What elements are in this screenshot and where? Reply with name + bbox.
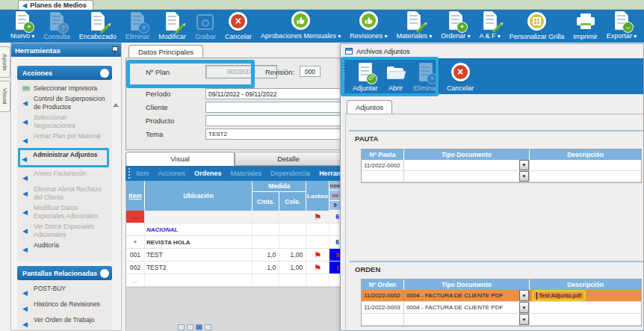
sidebar-scroll-up-icon[interactable] [113,103,119,107]
grid-row-summary[interactable]: ... 6 [126,211,341,223]
col-header-item[interactable]: Item [126,181,145,211]
sidebar-item-eliminar-alerta-rechazo[interactable]: Eliminar Alerta Rechazo del Cliente [22,185,109,202]
header-edit-icon [89,12,107,31]
flag-icon [314,250,321,260]
arrow-icon [22,170,30,183]
toolbar-button-ordenar[interactable]: + Ordenar [436,11,474,43]
col-header-date[interactable]: nov mi 9 [329,181,341,211]
sheet-mini-tabs[interactable] [178,324,211,330]
order-document-icon: + [447,11,465,30]
adjuntos-titlebar[interactable]: Archivos Adjuntos [341,44,643,58]
app-tab-title: Planes de Medios [30,1,87,9]
dropdown-icon[interactable] [519,160,529,170]
col-header-cols[interactable]: Cols. [279,192,306,211]
grid-row-test[interactable]: 001 TEST 1,0 1,00 5 [126,249,341,262]
menu-dependencia[interactable]: Dependencia [270,170,310,177]
tab-visual-side[interactable]: Visual [0,81,10,112]
dropdown-icon[interactable] [519,290,529,301]
view-tab-visual[interactable]: Visual [126,152,235,166]
sidebar-item-historico-de-revisiones[interactable]: Histórico de Revisiones [22,300,109,314]
sidebar-item-anexo-facturacion[interactable]: Anexo Facturación [22,170,109,183]
grid-row-revista-hola[interactable]: + REVISTA HOLA 6 [126,236,341,249]
toolbar-button-revisiones[interactable]: Revisiones [345,11,391,43]
cliente-label: Cliente [146,103,168,111]
toolbar-button-consulta[interactable]: ? Consulta [39,11,75,43]
menu-materiales[interactable]: Materiales [231,170,262,177]
revision-field[interactable]: 000 [300,66,321,77]
col-header-num-orden[interactable]: Nº Orden [362,279,404,290]
adjuntos-window-title: Archivos Adjuntos [356,48,410,55]
col-header-lockeo[interactable]: Lockeo [306,181,329,211]
toolbar-button-personalizar-grilla[interactable]: Personalizar Grilla [505,11,569,43]
arrow-icon [22,316,30,330]
grid-empty-area [126,287,341,331]
dropdown-icon[interactable] [519,314,529,325]
sidebar-item-ver-datos-especiales[interactable]: Ver Datos Especiales Adicionales [22,223,109,239]
toolbar-button-cancelar-adjuntos[interactable]: Cancelar [442,58,478,94]
dropdown-icon[interactable] [519,302,529,313]
menu-acciones[interactable]: Acciones [158,170,186,177]
collapse-dot-icon[interactable] [100,69,109,78]
grid-row-test2[interactable]: 002 TEST2 1,0 1,00 1 [126,262,341,274]
sidebar-item-administrar-adjuntos[interactable]: Administrar Adjuntos [18,148,109,167]
sidebar-item-auditoria[interactable]: Auditoría [22,241,109,255]
tab-adjuntos[interactable]: Adjuntos [347,100,392,114]
toolbar-button-materiales[interactable]: Materiales [392,11,437,43]
toolbar-button-eliminar[interactable]: × Eliminar [121,11,155,43]
toolbar-button-a-and-f[interactable]: A & F [475,11,505,43]
orden-row[interactable]: 11/2022-0003 0004 - FACTURA DE CLIENTE P… [362,302,641,314]
col-header-num-pauta[interactable]: Nº Pauta [362,149,404,160]
tab-datos-principales[interactable]: Datos Principales [129,45,203,58]
toolbar-button-modificar[interactable]: Modificar [154,11,191,43]
materials-edit-icon [405,11,423,30]
periodo-field[interactable]: 09/11/2022 - 09/11/2022 [205,88,344,99]
pauta-section-title: PAUTA [355,134,378,143]
toolbar-button-encabezado[interactable]: Encabezado [75,11,121,43]
tab-ayuda[interactable]: Ayuda [0,46,10,78]
col-header-ubicacion[interactable]: Ubicación [145,181,253,211]
col-header-tipo-documento[interactable]: Tipo Documento [404,279,530,290]
dropdown-icon[interactable] [519,171,529,182]
orden-row-selected[interactable]: 11/2022-0002 0004 - FACTURA DE CLIENTE P… [362,290,641,302]
col-header-descripcion[interactable]: Descripción [530,279,641,290]
app-tab-planes-de-medios[interactable]: Planes de Medios [18,0,93,10]
orden-row[interactable] [362,314,641,326]
window-icon [345,48,353,55]
sidebar-item-seleccionar-impresora[interactable]: Seleccionar Impresora [22,84,109,93]
menubar-drag-handle[interactable] [129,168,130,179]
grid-row-nacional[interactable]: NACIONAL [126,223,341,236]
sidebar-item-ver-orden-de-trabajo[interactable]: Ver Orden de Trabajo [22,316,109,330]
section-header-acciones[interactable]: Acciones [17,66,112,80]
pauta-row[interactable]: 11/2022-0002 [362,160,641,171]
grid-row-new[interactable]: ... [126,274,341,287]
toolbar-button-nuevo[interactable]: + Nuevo [6,11,39,43]
toolbar-button-cancelar[interactable]: Cancelar [220,11,256,43]
sidebar-item-armar-plan-por-material[interactable]: Armar Plan por Material [22,132,109,146]
pin-icon[interactable] [111,46,117,54]
pauta-row[interactable] [362,171,641,182]
toolbar-button-abrir[interactable]: Abrir [383,58,409,94]
toolbar-button-grabar[interactable]: Grabar [191,11,220,43]
menu-item[interactable]: Item [136,170,149,177]
col-header-cmts[interactable]: Cmts. [253,192,279,211]
toolbar-button-exportar[interactable]: → Exportar [602,11,641,43]
save-icon [196,13,214,31]
menu-ordenes[interactable]: Ordenes [194,170,222,177]
toolbar-button-adjuntar[interactable]: Adjuntar [348,58,383,94]
col-header-tipo-documento[interactable]: Tipo Documento [404,149,530,160]
view-tab-detalle[interactable]: Detalle [235,152,342,166]
col-header-medida[interactable]: Medida [253,181,306,192]
arrow-icon [22,132,30,146]
collapse-dot-icon[interactable] [100,269,109,278]
sidebar-item-modificar-datos-especiales[interactable]: Modificar Datos Especiales Adicionales [22,204,109,220]
toolbar-button-eliminar-adjunto[interactable]: × Eliminar [409,58,443,94]
sidebar-item-post-buy[interactable]: POST-BUY [22,285,109,298]
section-header-pantallas-relacionadas[interactable]: Pantallas Relacionadas [17,266,112,280]
toolbar-button-imprimir[interactable]: Imprimir [569,11,602,43]
sidebar-item-seleccionar-negociaciones[interactable]: Seleccionar Negociaciones [22,114,109,130]
sidebar-body: Acciones Seleccionar Impresora Control d… [11,57,121,331]
toolbar-button-aprobaciones-mensuales[interactable]: Aprobaciones Mensuales [256,11,345,43]
toolbar-drag-handle[interactable] [343,61,344,92]
sidebar-item-control-superposicion[interactable]: Control de Superposicion de Productos [22,95,109,111]
col-header-descripcion[interactable]: Descripción [530,149,641,160]
